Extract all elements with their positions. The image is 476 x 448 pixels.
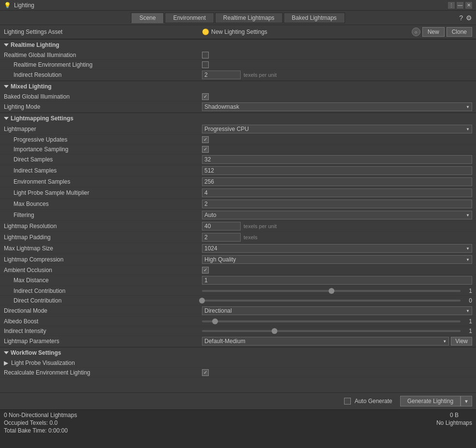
more-options-btn[interactable]: ⋮ — [448, 2, 455, 9]
indirect-intensity-thumb[interactable] — [272, 328, 277, 334]
auto-generate-checkbox[interactable] — [344, 398, 351, 405]
realtime-gi-checkbox[interactable] — [202, 52, 209, 58]
lightmap-compression-dropdown-text: High Quality — [204, 256, 236, 263]
direct-contribution-value: 0 — [202, 297, 472, 304]
filtering-dropdown[interactable]: Auto ▼ — [202, 211, 472, 219]
directional-mode-dropdown[interactable]: Directional ▼ — [202, 306, 472, 315]
filtering-dropdown-text: Auto — [204, 212, 216, 218]
light-probe-multiplier-label: Light Probe Sample Multiplier — [4, 189, 202, 196]
albedo-boost-slider-val: 1 — [462, 318, 472, 325]
settings-btn[interactable]: ⚙ — [466, 14, 472, 22]
lightmap-parameters-view-btn[interactable]: View — [451, 337, 472, 346]
lightmap-compression-dropdown[interactable]: High Quality ▼ — [202, 255, 472, 264]
asset-name: New Lighting Settings — [211, 29, 410, 35]
lightmapping-title: Lightmapping Settings — [11, 115, 73, 122]
baked-gi-value — [202, 93, 472, 100]
realtime-gi-row: Realtime Global Illumination — [0, 50, 476, 60]
new-btn[interactable]: New — [422, 27, 445, 37]
directional-mode-label: Directional Mode — [4, 307, 202, 314]
lightmapper-dropdown[interactable]: Progressive CPU ▼ — [202, 125, 472, 133]
max-lightmap-size-dropdown[interactable]: 1024 ▼ — [202, 244, 472, 253]
indirect-contribution-row: Indirect Contribution 1 — [0, 286, 476, 296]
max-distance-input[interactable] — [202, 276, 472, 285]
help-btn[interactable]: ? — [459, 14, 463, 22]
indirect-contribution-track — [202, 290, 461, 292]
tab-environment[interactable]: Environment — [165, 13, 214, 23]
indirect-resolution-input[interactable] — [202, 71, 241, 79]
lightmap-compression-dropdown-arrow: ▼ — [466, 258, 470, 262]
indirect-contribution-slider-val: 1 — [462, 288, 472, 294]
generate-lighting-btn[interactable]: Generate Lighting — [400, 396, 461, 406]
direct-contribution-slider-row: 0 — [202, 297, 472, 304]
realtime-env-checkbox[interactable] — [202, 61, 209, 68]
lightmap-resolution-input[interactable] — [202, 222, 241, 231]
tab-bar-icons: ? ⚙ — [459, 14, 472, 22]
directional-mode-dropdown-arrow: ▼ — [466, 309, 470, 313]
max-lightmap-size-row: Max Lightmap Size 1024 ▼ — [0, 243, 476, 254]
lightmapper-value: Progressive CPU ▼ — [202, 125, 472, 133]
baked-gi-label: Baked Global Illumination — [4, 93, 202, 100]
indirect-intensity-value: 1 — [202, 328, 472, 334]
direct-contribution-track — [202, 300, 461, 302]
albedo-boost-value: 1 — [202, 318, 472, 325]
lightmap-padding-input[interactable] — [202, 233, 241, 242]
albedo-boost-track — [202, 320, 461, 322]
indirect-resolution-row: Indirect Resolution texels per unit — [0, 70, 476, 81]
ambient-occlusion-checkbox[interactable] — [202, 267, 209, 274]
auto-generate-label: Auto Generate — [355, 398, 392, 405]
lightmap-parameters-dropdown[interactable]: Default-Medium ▼ — [202, 337, 449, 346]
lightmap-parameters-value: Default-Medium ▼ View — [202, 337, 472, 346]
minimize-btn[interactable]: — — [457, 2, 463, 9]
clone-btn[interactable]: Clone — [447, 27, 472, 37]
realtime-lighting-header[interactable]: Realtime Lighting — [0, 39, 476, 50]
environment-samples-label: Environment Samples — [4, 178, 202, 185]
indirect-intensity-slider-row: 1 — [202, 328, 472, 334]
light-probe-multiplier-row: Light Probe Sample Multiplier — [0, 188, 476, 199]
circle-options-btn[interactable]: ○ — [412, 28, 420, 36]
progressive-updates-checkbox[interactable] — [202, 136, 209, 143]
generate-row: Auto Generate Generate Lighting ▼ — [0, 392, 476, 409]
close-btn[interactable]: ✕ — [465, 2, 472, 9]
ambient-occlusion-row: Ambient Occlusion — [0, 265, 476, 275]
recalculate-env-checkbox[interactable] — [202, 369, 209, 376]
indirect-intensity-row: Indirect Intensity 1 — [0, 326, 476, 336]
generate-lighting-arrow-btn[interactable]: ▼ — [461, 396, 472, 406]
mixed-lighting-header[interactable]: Mixed Lighting — [0, 81, 476, 92]
lightmap-resolution-unit: texels per unit — [244, 223, 276, 229]
lightmap-padding-unit: texels — [244, 234, 258, 240]
max-bounces-input[interactable] — [202, 200, 472, 208]
realtime-gi-label: Realtime Global Illumination — [4, 52, 202, 58]
light-probe-vis-text: Light Probe Visualization — [11, 360, 75, 366]
tab-baked-lightmaps[interactable]: Baked Lightmaps — [284, 13, 345, 23]
max-bounces-value — [202, 200, 472, 208]
ambient-occlusion-value — [202, 267, 472, 274]
direct-samples-value — [202, 155, 472, 164]
direct-contribution-thumb[interactable] — [199, 298, 205, 303]
max-lightmap-size-label: Max Lightmap Size — [4, 245, 202, 252]
filtering-label: Filtering — [4, 212, 202, 218]
direct-samples-input[interactable] — [202, 155, 472, 164]
lighting-mode-dropdown[interactable]: Shadowmask ▼ — [202, 102, 472, 111]
workflow-settings-header[interactable]: Workflow Settings — [0, 347, 476, 358]
light-probe-multiplier-value — [202, 188, 472, 197]
lightmapping-settings-header[interactable]: Lightmapping Settings — [0, 113, 476, 124]
lightmap-size: 0 B — [450, 412, 459, 419]
environment-samples-input[interactable] — [202, 177, 472, 186]
lightmap-compression-row: Lightmap Compression High Quality ▼ — [0, 254, 476, 265]
light-probe-multiplier-input[interactable] — [202, 188, 472, 197]
importance-sampling-checkbox[interactable] — [202, 146, 209, 153]
albedo-boost-label: Albedo Boost — [4, 318, 202, 325]
lighting-mode-row: Lighting Mode Shadowmask ▼ — [0, 101, 476, 113]
max-lightmap-size-dropdown-arrow: ▼ — [466, 246, 470, 251]
lighting-mode-label: Lighting Mode — [4, 103, 202, 110]
tab-realtime-lightmaps[interactable]: Realtime Lightmaps — [215, 13, 283, 23]
indirect-contribution-thumb[interactable] — [329, 288, 334, 294]
baked-gi-checkbox[interactable] — [202, 93, 209, 100]
albedo-boost-thumb[interactable] — [212, 318, 218, 324]
indirect-samples-input[interactable] — [202, 166, 472, 175]
occupied-texels: Occupied Texels: 0.0 — [4, 419, 77, 426]
importance-sampling-label: Importance Sampling — [4, 146, 202, 153]
no-lightmaps: No Lightmaps — [436, 419, 472, 426]
lightmap-resolution-value: texels per unit — [202, 222, 472, 231]
tab-scene[interactable]: Scene — [131, 13, 164, 23]
